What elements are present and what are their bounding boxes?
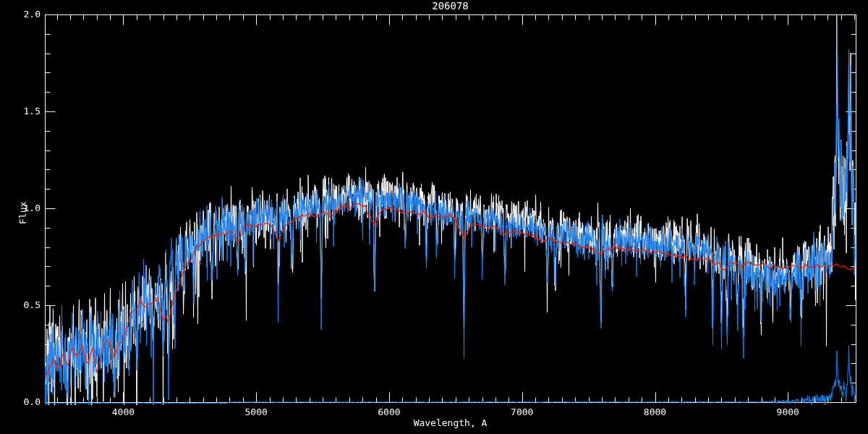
- x-axis-label: Wavelength, A: [45, 417, 856, 429]
- x-tick-label-8000: 8000: [634, 407, 677, 418]
- x-tick-label-6000: 6000: [367, 407, 411, 418]
- y-tick-label-1.5: 1.5: [0, 106, 41, 117]
- y-tick-label-0.5: 0.5: [0, 299, 41, 311]
- spectrum-plot-canvas: [0, 0, 868, 434]
- spectrum-figure: 206078 Wavelength, A Flux 40005000600070…: [0, 0, 868, 434]
- y-tick-label-0.0: 0.0: [0, 396, 41, 408]
- x-tick-label-5000: 5000: [234, 407, 278, 418]
- x-tick-label-7000: 7000: [501, 407, 544, 418]
- x-tick-label-9000: 9000: [766, 407, 809, 418]
- x-tick-label-4000: 4000: [101, 407, 145, 418]
- plot-title: 206078: [45, 0, 856, 12]
- y-tick-label-1.0: 1.0: [0, 203, 41, 214]
- y-tick-label-2.0: 2.0: [0, 9, 41, 20]
